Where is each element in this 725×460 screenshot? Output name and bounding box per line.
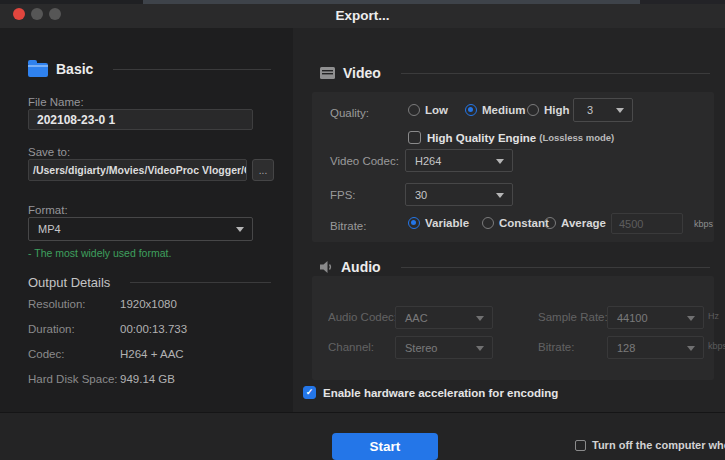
quality-radio-high[interactable]: High	[527, 103, 570, 117]
audio-bitrate-label: Bitrate:	[538, 341, 574, 353]
audio-settings-group: Audio Codec: AAC Sample Rate: 44100 Hz C…	[312, 276, 714, 380]
radio-icon	[527, 104, 539, 116]
chevron-down-icon	[476, 316, 484, 321]
file-name-label: File Name:	[28, 96, 84, 108]
fps-value: 30	[415, 189, 427, 201]
radio-icon	[408, 104, 420, 116]
turn-off-computer-label: Turn off the computer when the task is f	[592, 439, 725, 451]
channel-label: Channel:	[328, 341, 374, 353]
basic-section-header: Basic	[28, 60, 271, 78]
audio-bitrate-unit: kbps	[708, 341, 725, 351]
output-detail-row: Duration: 00:00:13.733	[28, 323, 277, 337]
basic-section-title: Basic	[56, 61, 93, 77]
file-name-input[interactable]: 202108-23-0 1	[28, 109, 253, 130]
format-dropdown[interactable]: MP4	[28, 217, 253, 241]
bitrate-radio-average[interactable]: Average	[544, 216, 606, 230]
checkbox-icon	[408, 131, 421, 144]
speaker-icon	[320, 261, 333, 273]
output-details-title: Output Details	[28, 275, 110, 290]
quality-radio-low[interactable]: Low	[408, 103, 448, 117]
folder-icon	[28, 63, 48, 77]
high-quality-engine-checkbox[interactable]: High Quality Engine (Lossless mode)	[408, 131, 614, 144]
hard-disk-space-label: Hard Disk Space:	[28, 373, 117, 385]
chevron-down-icon	[496, 159, 504, 164]
divider	[401, 73, 710, 74]
audio-bitrate-dropdown: 128	[607, 336, 704, 359]
bitrate-input[interactable]: 4500	[611, 213, 683, 234]
video-section-header: Video	[320, 64, 710, 82]
sample-rate-label: Sample Rate:	[538, 311, 608, 323]
turn-off-computer-checkbox[interactable]: Turn off the computer when the task is f	[575, 439, 725, 451]
audio-codec-value: AAC	[405, 312, 428, 324]
window-title: Export...	[0, 8, 725, 23]
save-to-input[interactable]: /Users/digiarty/Movies/VideoProc Vlogger…	[28, 159, 247, 181]
footer-bar: Start Turn off the computer when the tas…	[0, 412, 725, 460]
audio-bitrate-value: 128	[617, 342, 635, 354]
video-settings-group: Quality: Low Medium High 3 High Quality …	[312, 92, 714, 242]
bitrate-value: 4500	[612, 218, 643, 230]
output-detail-row: Resolution: 1920x1080	[28, 298, 277, 312]
quality-label: Quality:	[330, 107, 369, 119]
hardware-acceleration-checkbox[interactable]: Enable hardware acceleration for encodin…	[303, 386, 558, 399]
quality-level-dropdown[interactable]: 3	[573, 98, 633, 122]
quality-level-value: 3	[587, 104, 593, 116]
bitrate-option-label: Average	[561, 217, 606, 229]
output-details-header: Output Details	[28, 273, 271, 291]
format-label: Format:	[28, 204, 68, 216]
sample-rate-dropdown: 44100	[607, 306, 704, 329]
video-section-title: Video	[343, 65, 381, 81]
export-dialog: Export... Basic File Name: 202108-23-0 1…	[0, 0, 725, 460]
start-button[interactable]: Start	[332, 433, 438, 460]
chevron-down-icon	[687, 316, 695, 321]
high-quality-engine-label: High Quality Engine	[427, 132, 536, 144]
quality-radio-medium[interactable]: Medium	[465, 103, 525, 117]
settings-panel: Video Quality: Low Medium High 3	[293, 28, 725, 412]
resolution-value: 1920x1080	[120, 298, 177, 310]
chevron-down-icon	[496, 193, 504, 198]
bitrate-radio-constant[interactable]: Constant	[482, 216, 549, 230]
quality-option-label: Medium	[482, 104, 525, 116]
format-value: MP4	[38, 223, 61, 235]
video-codec-value: H264	[415, 155, 441, 167]
divider	[113, 69, 271, 70]
browse-button[interactable]: ...	[252, 159, 274, 181]
chevron-down-icon	[236, 227, 244, 232]
video-codec-dropdown[interactable]: H264	[405, 149, 513, 172]
format-hint: - The most widely used format.	[28, 247, 171, 259]
divider	[130, 282, 271, 283]
bitrate-option-label: Variable	[425, 217, 469, 229]
resolution-label: Resolution:	[28, 298, 86, 310]
save-to-label: Save to:	[28, 146, 70, 158]
fps-dropdown[interactable]: 30	[405, 183, 513, 206]
chevron-down-icon	[476, 346, 484, 351]
radio-selected-icon	[408, 217, 420, 229]
output-detail-row: Hard Disk Space: 949.14 GB	[28, 373, 277, 387]
codec-label: Codec:	[28, 348, 64, 360]
radio-icon	[544, 217, 556, 229]
channel-dropdown: Stereo	[395, 336, 493, 359]
chevron-down-icon	[616, 108, 624, 113]
duration-value: 00:00:13.733	[120, 323, 187, 335]
output-detail-row: Codec: H264 + AAC	[28, 348, 277, 362]
video-codec-label: Video Codec:	[330, 155, 399, 167]
quality-option-label: High	[544, 104, 570, 116]
audio-codec-label: Audio Codec:	[328, 311, 397, 323]
bitrate-radio-variable[interactable]: Variable	[408, 216, 469, 230]
audio-section-title: Audio	[341, 259, 381, 275]
checkbox-icon	[575, 440, 586, 451]
radio-icon	[482, 217, 494, 229]
sample-rate-unit: Hz	[708, 311, 719, 321]
radio-selected-icon	[465, 104, 477, 116]
audio-settings-disabled-area: Audio Codec: AAC Sample Rate: 44100 Hz C…	[312, 276, 714, 380]
high-quality-engine-note: (Lossless mode)	[539, 132, 614, 143]
save-to-value: /Users/digiarty/Movies/VideoProc Vlogger…	[29, 164, 247, 176]
fps-label: FPS:	[330, 189, 356, 201]
sample-rate-value: 44100	[617, 312, 648, 324]
basic-panel: Basic File Name: 202108-23-0 1 Save to: …	[0, 28, 293, 412]
hardware-acceleration-label: Enable hardware acceleration for encodin…	[323, 387, 558, 399]
codec-value: H264 + AAC	[120, 348, 184, 360]
audio-codec-dropdown: AAC	[395, 306, 493, 329]
bitrate-label: Bitrate:	[330, 220, 366, 232]
bitrate-unit: kbps	[694, 219, 713, 229]
chevron-down-icon	[687, 346, 695, 351]
